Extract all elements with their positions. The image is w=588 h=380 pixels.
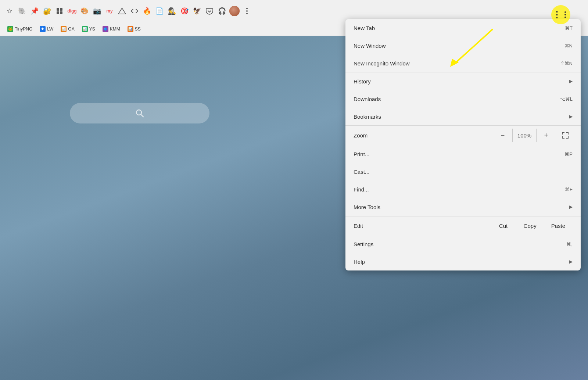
menu-section-misc: Settings ⌘, Help ▶ (345, 235, 581, 270)
zoom-separator-2 (536, 129, 537, 142)
ys-favicon: 📊 (82, 26, 88, 32)
bookmark-lw[interactable]: ✚ LW (37, 25, 56, 33)
pocket-icon[interactable] (204, 6, 215, 16)
bookmark-ys-label: YS (89, 26, 95, 32)
bookmark-kmm[interactable]: 🔷 KMM (100, 25, 123, 33)
edit-paste-button[interactable]: Paste (544, 220, 573, 232)
digg-icon[interactable]: digg (67, 6, 77, 16)
ga-favicon: 📊 (61, 26, 67, 32)
flame-icon[interactable]: 🔥 (142, 6, 152, 16)
zoom-minus-button[interactable]: − (494, 129, 512, 142)
bookmark-ys[interactable]: 📊 YS (79, 25, 98, 33)
menu-section-new: New Tab ⌘T New Window ⌘N New Incognito W… (345, 19, 581, 72)
svg-rect-5 (60, 11, 62, 14)
search-icon (135, 108, 145, 118)
pinterest-icon[interactable]: 📌 (29, 6, 40, 16)
menu-item-print[interactable]: Print... ⌘P (345, 145, 581, 163)
menu-item-help[interactable]: Help ▶ (345, 253, 581, 270)
menu-section-browse: History ▶ Downloads ⌥⌘L Bookmarks ▶ (345, 72, 581, 126)
chrome-menu: New Tab ⌘T New Window ⌘N New Incognito W… (345, 19, 581, 270)
zoom-fullscreen-button[interactable] (558, 129, 573, 142)
three-dots-menu-button[interactable] (242, 6, 252, 16)
menu-item-more-tools[interactable]: More Tools ▶ (345, 198, 581, 216)
svg-point-9 (246, 13, 248, 14)
headphone-icon[interactable]: 🎧 (217, 6, 227, 16)
camera-icon[interactable]: 📷 (92, 6, 102, 16)
svg-rect-18 (568, 132, 569, 135)
zoom-controls: − 100% + (494, 129, 573, 142)
svg-point-8 (246, 10, 248, 12)
kmm-favicon: 🔷 (103, 26, 108, 32)
mountain-icon[interactable] (117, 6, 127, 16)
search-bar[interactable] (70, 103, 209, 123)
menu-item-find[interactable]: Find... ⌘F (345, 180, 581, 198)
svg-line-14 (141, 115, 143, 117)
evernote-icon[interactable]: 🐘 (17, 6, 27, 16)
edit-cut-button[interactable]: Cut (491, 220, 516, 232)
browser-toolbar: ☆ 🐘 📌 🔐 digg 🎨 📷 my 🔥 📄 🕵 🎯 🦅 🎧 (0, 0, 588, 22)
svg-rect-20 (562, 136, 563, 139)
svg-rect-3 (60, 8, 62, 11)
svg-rect-4 (57, 11, 59, 14)
menu-item-new-tab[interactable]: New Tab ⌘T (345, 19, 581, 37)
svg-rect-22 (568, 136, 569, 139)
menu-edit-row: Edit Cut Copy Paste (345, 216, 581, 235)
bird-icon[interactable]: 🦅 (192, 6, 202, 16)
palette-icon[interactable]: 🎨 (79, 6, 90, 16)
menu-item-new-incognito[interactable]: New Incognito Window ⇧⌘N (345, 54, 581, 72)
zoom-plus-button[interactable]: + (537, 129, 555, 142)
profile-avatar[interactable] (229, 6, 240, 16)
svg-point-13 (136, 110, 141, 115)
edit-copy-button[interactable]: Copy (516, 220, 544, 232)
svg-rect-2 (57, 8, 59, 11)
lw-favicon: ✚ (40, 26, 46, 32)
bookmark-kmm-label: KMM (110, 26, 120, 32)
bookmark-lw-label: LW (47, 26, 53, 32)
svg-marker-6 (118, 8, 126, 14)
search-area (37, 103, 243, 123)
bookmark-ga-label: GA (68, 26, 74, 32)
bookmark-ss-label: SS (135, 26, 141, 32)
tinypng-favicon: 🐸 (7, 26, 13, 32)
detective-icon[interactable]: 🕵 (167, 6, 177, 16)
bookmark-ss[interactable]: 📊 SS (125, 25, 144, 33)
buffer-icon[interactable] (54, 6, 65, 16)
document-icon[interactable]: 📄 (154, 6, 165, 16)
menu-item-downloads[interactable]: Downloads ⌥⌘L (345, 90, 581, 108)
menu-zoom-row: Zoom − 100% + (345, 126, 581, 145)
menu-item-bookmarks[interactable]: Bookmarks ▶ (345, 108, 581, 125)
menu-item-new-window[interactable]: New Window ⌘N (345, 37, 581, 54)
menu-section-tools: Print... ⌘P Cast... Find... ⌘F More Tool… (345, 145, 581, 216)
bookmark-ga[interactable]: 📊 GA (58, 25, 77, 33)
menu-item-settings[interactable]: Settings ⌘, (345, 235, 581, 253)
zoom-value-display: 100% (513, 132, 535, 139)
svg-rect-16 (562, 132, 563, 135)
my-icon[interactable]: my (104, 6, 115, 16)
zoom-separator (512, 129, 513, 142)
target-icon[interactable]: 🎯 (179, 6, 190, 16)
menu-item-cast[interactable]: Cast... (345, 163, 581, 180)
bookmark-star-icon[interactable]: ☆ (4, 6, 15, 16)
ss-favicon: 📊 (128, 26, 133, 32)
menu-item-history[interactable]: History ▶ (345, 72, 581, 90)
svg-point-7 (246, 8, 248, 9)
1password-icon[interactable]: 🔐 (42, 6, 52, 16)
bookmark-tinypng-label: TinyPNG (15, 26, 32, 32)
bookmark-tinypng[interactable]: 🐸 TinyPNG (4, 25, 35, 33)
code-icon[interactable] (129, 6, 140, 16)
